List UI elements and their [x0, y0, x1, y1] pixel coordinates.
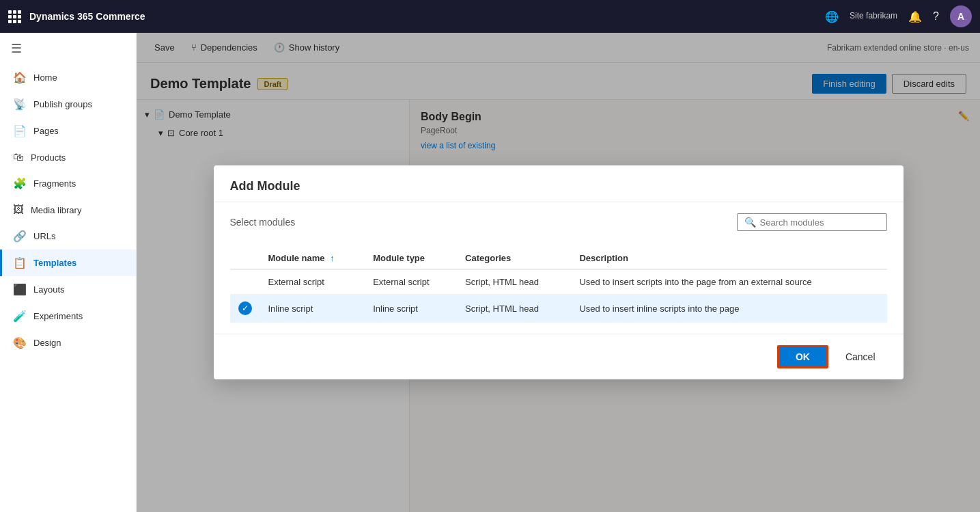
- col-description: Description: [571, 247, 886, 269]
- avatar[interactable]: A: [950, 5, 972, 27]
- table-row[interactable]: ✓ Inline script Inline script Script, HT…: [230, 295, 887, 323]
- publish-groups-icon: 📡: [13, 98, 27, 111]
- search-modules-input[interactable]: [760, 217, 880, 228]
- row-check-1: ✓: [230, 295, 260, 323]
- sidebar-item-label: Layouts: [33, 284, 65, 295]
- sidebar-item-urls[interactable]: 🔗 URLs: [0, 223, 136, 250]
- row-check-0: [230, 269, 260, 295]
- search-input-wrapper[interactable]: 🔍: [737, 213, 887, 231]
- sidebar: ☰ 🏠 Home📡 Publish groups📄 Pages🛍 Product…: [0, 33, 137, 512]
- search-icon: 🔍: [744, 217, 756, 228]
- select-modules-label: Select modules: [230, 217, 296, 228]
- sidebar-item-templates[interactable]: 📋 Templates: [0, 250, 136, 276]
- module-categories-1: Script, HTML head: [457, 295, 571, 323]
- sidebar-item-layouts[interactable]: ⬛ Layouts: [0, 276, 136, 303]
- bell-icon[interactable]: 🔔: [908, 10, 922, 23]
- module-type-1: Inline script: [365, 295, 457, 323]
- search-bar: 🔍: [737, 213, 887, 231]
- modal-header: Add Module: [214, 165, 904, 202]
- module-description-0: Used to insert scripts into the page fro…: [571, 269, 886, 295]
- col-categories: Categories: [457, 247, 571, 269]
- sidebar-item-label: Templates: [33, 258, 76, 268]
- experiments-icon: 🧪: [13, 310, 27, 323]
- sidebar-item-design[interactable]: 🎨 Design: [0, 329, 136, 356]
- templates-icon: 📋: [13, 256, 27, 269]
- sidebar-item-experiments[interactable]: 🧪 Experiments: [0, 303, 136, 329]
- col-module-name: Module name ↑: [260, 247, 365, 269]
- sort-arrow: ↑: [330, 253, 335, 263]
- sidebar-item-label: Media library: [31, 205, 81, 215]
- layout: ☰ 🏠 Home📡 Publish groups📄 Pages🛍 Product…: [0, 33, 980, 512]
- urls-icon: 🔗: [13, 230, 27, 243]
- fragments-icon: 🧩: [13, 177, 27, 190]
- col-module-type: Module type: [365, 247, 457, 269]
- sidebar-item-label: Home: [33, 72, 57, 83]
- table-row[interactable]: External script External script Script, …: [230, 269, 887, 295]
- add-module-modal: Add Module Select modules 🔍: [214, 165, 904, 379]
- globe-icon[interactable]: 🌐: [825, 10, 839, 23]
- help-icon[interactable]: ?: [933, 10, 939, 23]
- modal-footer: OK Cancel: [214, 334, 904, 379]
- main-content: Save ⑂ Dependencies 🕐 Show history Fabri…: [137, 33, 980, 512]
- layouts-icon: ⬛: [13, 283, 27, 296]
- media-library-icon: 🖼: [13, 204, 24, 216]
- modal-body: Select modules 🔍: [214, 202, 904, 334]
- products-icon: 🛍: [13, 151, 24, 163]
- hamburger-icon[interactable]: ☰: [0, 33, 136, 64]
- pages-icon: 📄: [13, 124, 27, 137]
- cancel-button[interactable]: Cancel: [834, 345, 887, 368]
- sidebar-item-publish-groups[interactable]: 📡 Publish groups: [0, 91, 136, 118]
- module-name-0: External script: [260, 269, 365, 295]
- modal-backdrop: Add Module Select modules 🔍: [137, 33, 980, 512]
- home-icon: 🏠: [13, 71, 27, 84]
- modal-title: Add Module: [230, 179, 300, 193]
- module-categories-0: Script, HTML head: [457, 269, 571, 295]
- sidebar-item-label: Products: [31, 152, 66, 163]
- sidebar-item-home[interactable]: 🏠 Home: [0, 64, 136, 91]
- module-name-1: Inline script: [260, 295, 365, 323]
- sidebar-item-products[interactable]: 🛍 Products: [0, 144, 136, 170]
- app-title: Dynamics 365 Commerce: [29, 11, 817, 22]
- sidebar-item-fragments[interactable]: 🧩 Fragments: [0, 170, 136, 197]
- modules-table: Module name ↑ Module type Categories Des…: [230, 247, 887, 323]
- sidebar-item-label: Pages: [33, 126, 59, 136]
- module-description-1: Used to insert inline scripts into the p…: [571, 295, 886, 323]
- selected-check: ✓: [238, 301, 252, 315]
- top-bar-icons: 🌐 Site fabrikam 🔔 ? A: [825, 5, 972, 27]
- ok-button[interactable]: OK: [777, 345, 828, 368]
- design-icon: 🎨: [13, 336, 27, 349]
- sidebar-item-label: Experiments: [33, 311, 83, 321]
- sidebar-item-label: Fragments: [33, 178, 76, 189]
- module-type-0: External script: [365, 269, 457, 295]
- sidebar-item-label: Design: [33, 338, 61, 348]
- sidebar-item-media-library[interactable]: 🖼 Media library: [0, 197, 136, 223]
- sidebar-item-label: Publish groups: [33, 99, 92, 109]
- sidebar-item-pages[interactable]: 📄 Pages: [0, 118, 136, 144]
- site-info: Site fabrikam: [850, 11, 897, 22]
- table-header-row: Module name ↑ Module type Categories Des…: [230, 247, 887, 269]
- waffle-icon[interactable]: [8, 10, 21, 23]
- sidebar-item-label: URLs: [33, 231, 56, 241]
- top-bar: Dynamics 365 Commerce 🌐 Site fabrikam 🔔 …: [0, 0, 980, 33]
